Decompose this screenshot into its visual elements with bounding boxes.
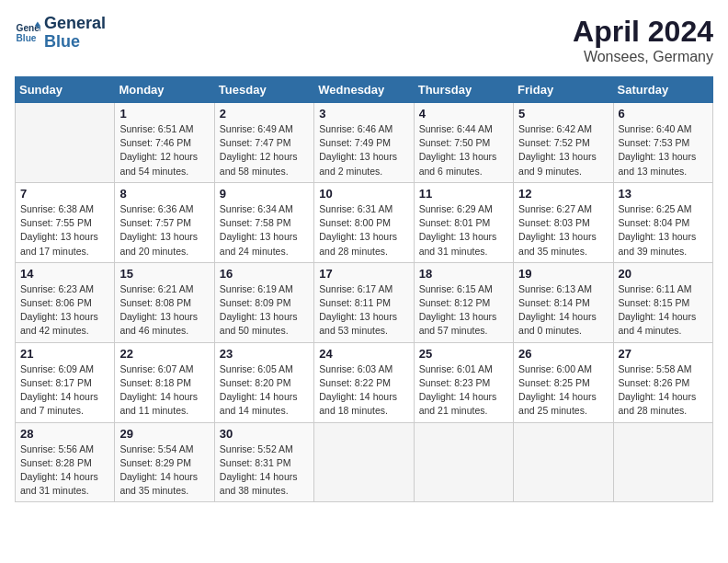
day-cell bbox=[314, 422, 414, 502]
day-cell: 2Sunrise: 6:49 AM Sunset: 7:47 PM Daylig… bbox=[214, 103, 313, 183]
day-number: 19 bbox=[518, 267, 608, 281]
day-cell bbox=[16, 103, 115, 183]
day-info: Sunrise: 6:15 AM Sunset: 8:12 PM Dayligh… bbox=[419, 282, 508, 339]
day-cell: 28Sunrise: 5:56 AM Sunset: 8:28 PM Dayli… bbox=[16, 422, 115, 502]
day-number: 23 bbox=[220, 347, 309, 361]
day-info: Sunrise: 6:11 AM Sunset: 8:15 PM Dayligh… bbox=[619, 282, 708, 339]
day-cell: 25Sunrise: 6:01 AM Sunset: 8:23 PM Dayli… bbox=[414, 342, 513, 422]
day-info: Sunrise: 6:25 AM Sunset: 8:04 PM Dayligh… bbox=[619, 202, 708, 259]
day-info: Sunrise: 6:49 AM Sunset: 7:47 PM Dayligh… bbox=[220, 122, 309, 178]
logo-text-line1: General bbox=[44, 15, 106, 33]
day-number: 4 bbox=[419, 107, 508, 121]
day-number: 8 bbox=[119, 187, 209, 201]
day-cell: 6Sunrise: 6:40 AM Sunset: 7:53 PM Daylig… bbox=[613, 103, 712, 183]
day-number: 6 bbox=[619, 107, 708, 121]
day-number: 7 bbox=[20, 187, 109, 201]
day-cell: 19Sunrise: 6:13 AM Sunset: 8:14 PM Dayli… bbox=[514, 262, 613, 342]
day-cell: 24Sunrise: 6:03 AM Sunset: 8:22 PM Dayli… bbox=[314, 342, 414, 422]
logo: General Blue General Blue bbox=[15, 15, 106, 52]
day-info: Sunrise: 6:13 AM Sunset: 8:14 PM Dayligh… bbox=[518, 282, 608, 339]
day-number: 26 bbox=[518, 347, 608, 361]
day-number: 24 bbox=[319, 347, 408, 361]
day-number: 13 bbox=[619, 187, 708, 201]
day-cell: 12Sunrise: 6:27 AM Sunset: 8:03 PM Dayli… bbox=[514, 182, 613, 262]
day-number: 20 bbox=[619, 267, 708, 281]
day-info: Sunrise: 6:03 AM Sunset: 8:22 PM Dayligh… bbox=[319, 362, 408, 419]
day-cell: 1Sunrise: 6:51 AM Sunset: 7:46 PM Daylig… bbox=[115, 103, 214, 183]
day-number: 9 bbox=[220, 187, 309, 201]
day-info: Sunrise: 6:27 AM Sunset: 8:03 PM Dayligh… bbox=[518, 202, 608, 259]
day-info: Sunrise: 6:46 AM Sunset: 7:49 PM Dayligh… bbox=[319, 122, 408, 178]
day-info: Sunrise: 6:21 AM Sunset: 8:08 PM Dayligh… bbox=[119, 282, 209, 339]
day-number: 25 bbox=[419, 347, 508, 361]
day-number: 16 bbox=[220, 267, 309, 281]
day-number: 2 bbox=[220, 107, 309, 121]
day-number: 28 bbox=[20, 427, 109, 441]
day-info: Sunrise: 6:23 AM Sunset: 8:06 PM Dayligh… bbox=[20, 282, 109, 339]
day-info: Sunrise: 6:05 AM Sunset: 8:20 PM Dayligh… bbox=[220, 362, 309, 419]
day-cell: 23Sunrise: 6:05 AM Sunset: 8:20 PM Dayli… bbox=[214, 342, 313, 422]
calendar-subtitle: Wonsees, Germany bbox=[573, 49, 713, 65]
day-cell bbox=[613, 422, 712, 502]
day-cell bbox=[414, 422, 513, 502]
day-number: 11 bbox=[419, 187, 508, 201]
logo-text-line2: Blue bbox=[44, 33, 106, 52]
day-number: 17 bbox=[319, 267, 408, 281]
calendar-table: SundayMondayTuesdayWednesdayThursdayFrid… bbox=[15, 76, 713, 502]
day-number: 29 bbox=[119, 427, 209, 441]
day-info: Sunrise: 6:19 AM Sunset: 8:09 PM Dayligh… bbox=[220, 282, 309, 339]
header-thursday: Thursday bbox=[414, 77, 513, 103]
day-cell: 3Sunrise: 6:46 AM Sunset: 7:49 PM Daylig… bbox=[314, 103, 414, 183]
calendar-title: April 2024 bbox=[573, 15, 713, 49]
day-number: 21 bbox=[20, 347, 109, 361]
day-cell: 22Sunrise: 6:07 AM Sunset: 8:18 PM Dayli… bbox=[115, 342, 214, 422]
week-row-2: 7Sunrise: 6:38 AM Sunset: 7:55 PM Daylig… bbox=[16, 182, 713, 262]
logo-icon: General Blue bbox=[15, 20, 40, 46]
day-cell: 5Sunrise: 6:42 AM Sunset: 7:52 PM Daylig… bbox=[514, 103, 613, 183]
day-info: Sunrise: 5:56 AM Sunset: 8:28 PM Dayligh… bbox=[20, 442, 109, 499]
day-number: 12 bbox=[518, 187, 608, 201]
day-number: 1 bbox=[119, 107, 209, 121]
svg-text:Blue: Blue bbox=[17, 32, 37, 42]
header-sunday: Sunday bbox=[16, 77, 115, 103]
day-info: Sunrise: 5:52 AM Sunset: 8:31 PM Dayligh… bbox=[220, 442, 309, 499]
day-cell: 26Sunrise: 6:00 AM Sunset: 8:25 PM Dayli… bbox=[514, 342, 613, 422]
day-cell: 7Sunrise: 6:38 AM Sunset: 7:55 PM Daylig… bbox=[16, 182, 115, 262]
day-number: 15 bbox=[119, 267, 209, 281]
day-cell: 15Sunrise: 6:21 AM Sunset: 8:08 PM Dayli… bbox=[115, 262, 214, 342]
day-info: Sunrise: 6:09 AM Sunset: 8:17 PM Dayligh… bbox=[20, 362, 109, 419]
day-cell: 4Sunrise: 6:44 AM Sunset: 7:50 PM Daylig… bbox=[414, 103, 513, 183]
day-cell: 14Sunrise: 6:23 AM Sunset: 8:06 PM Dayli… bbox=[16, 262, 115, 342]
day-info: Sunrise: 6:07 AM Sunset: 8:18 PM Dayligh… bbox=[119, 362, 209, 419]
day-info: Sunrise: 6:17 AM Sunset: 8:11 PM Dayligh… bbox=[319, 282, 408, 339]
day-info: Sunrise: 6:44 AM Sunset: 7:50 PM Dayligh… bbox=[419, 122, 508, 178]
day-number: 14 bbox=[20, 267, 109, 281]
week-row-5: 28Sunrise: 5:56 AM Sunset: 8:28 PM Dayli… bbox=[16, 422, 713, 502]
day-info: Sunrise: 6:01 AM Sunset: 8:23 PM Dayligh… bbox=[419, 362, 508, 419]
day-cell: 8Sunrise: 6:36 AM Sunset: 7:57 PM Daylig… bbox=[115, 182, 214, 262]
header-monday: Monday bbox=[115, 77, 214, 103]
header-friday: Friday bbox=[514, 77, 613, 103]
day-info: Sunrise: 5:54 AM Sunset: 8:29 PM Dayligh… bbox=[119, 442, 209, 499]
day-number: 22 bbox=[119, 347, 209, 361]
header-saturday: Saturday bbox=[613, 77, 712, 103]
week-row-4: 21Sunrise: 6:09 AM Sunset: 8:17 PM Dayli… bbox=[16, 342, 713, 422]
day-info: Sunrise: 6:42 AM Sunset: 7:52 PM Dayligh… bbox=[518, 122, 608, 178]
day-cell bbox=[514, 422, 613, 502]
day-info: Sunrise: 6:29 AM Sunset: 8:01 PM Dayligh… bbox=[419, 202, 508, 259]
day-number: 30 bbox=[220, 427, 309, 441]
day-number: 27 bbox=[619, 347, 708, 361]
day-cell: 13Sunrise: 6:25 AM Sunset: 8:04 PM Dayli… bbox=[613, 182, 712, 262]
day-info: Sunrise: 6:34 AM Sunset: 7:58 PM Dayligh… bbox=[220, 202, 309, 259]
week-row-1: 1Sunrise: 6:51 AM Sunset: 7:46 PM Daylig… bbox=[16, 103, 713, 183]
day-cell: 18Sunrise: 6:15 AM Sunset: 8:12 PM Dayli… bbox=[414, 262, 513, 342]
day-info: Sunrise: 6:38 AM Sunset: 7:55 PM Dayligh… bbox=[20, 202, 109, 259]
header-row: SundayMondayTuesdayWednesdayThursdayFrid… bbox=[16, 77, 713, 103]
week-row-3: 14Sunrise: 6:23 AM Sunset: 8:06 PM Dayli… bbox=[16, 262, 713, 342]
day-cell: 21Sunrise: 6:09 AM Sunset: 8:17 PM Dayli… bbox=[16, 342, 115, 422]
day-number: 10 bbox=[319, 187, 408, 201]
day-cell: 29Sunrise: 5:54 AM Sunset: 8:29 PM Dayli… bbox=[115, 422, 214, 502]
day-cell: 20Sunrise: 6:11 AM Sunset: 8:15 PM Dayli… bbox=[613, 262, 712, 342]
title-block: April 2024 Wonsees, Germany bbox=[573, 15, 713, 65]
day-info: Sunrise: 6:40 AM Sunset: 7:53 PM Dayligh… bbox=[619, 122, 708, 178]
